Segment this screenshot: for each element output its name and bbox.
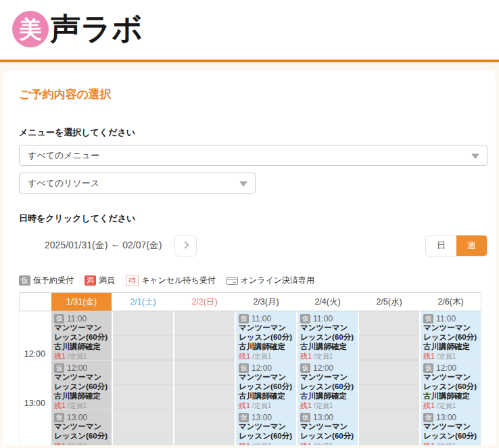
tentative-badge: 仮 bbox=[239, 363, 249, 373]
booking-slot[interactable]: 仮11:00マンツーマンレッスン(60分)古川講師確定残1 /定員1 bbox=[298, 311, 358, 360]
chevron-down-icon bbox=[471, 154, 479, 159]
legend-badge: 満 bbox=[85, 275, 96, 286]
slot-availability: 残1 /定員1 bbox=[300, 401, 355, 409]
slot-remaining: 残1 bbox=[239, 352, 250, 360]
slot-remaining: 残1 bbox=[54, 352, 66, 360]
day-header-2/5(水)[interactable]: 2/5(水) bbox=[359, 293, 419, 311]
booking-slot[interactable]: 仮13:00マンツーマンレッスン(60分)残1 /定員1 bbox=[236, 410, 296, 445]
booking-slot[interactable]: 仮12:00マンツーマンレッスン(60分)古川講師確定残1 /定員1 bbox=[298, 361, 358, 409]
booking-slot[interactable]: 仮12:00マンツーマンレッスン(60分)古川講師確定残1 /定員1 bbox=[236, 361, 296, 409]
slot-title: マンツーマンレッスン(60分) bbox=[54, 422, 109, 441]
slot-availability: 残1 /定員1 bbox=[54, 401, 109, 409]
day-column-2/4(火): 仮11:00マンツーマンレッスン(60分)古川講師確定残1 /定員1仮12:00… bbox=[298, 311, 358, 445]
day-header-2/4(火)[interactable]: 2/4(火) bbox=[298, 293, 358, 311]
booking-slot[interactable]: 仮13:00マンツーマンレッスン(60分)残1 /定員1 bbox=[51, 410, 112, 445]
slot-capacity: /定員1 bbox=[435, 443, 456, 445]
slot-time: 12:00 bbox=[313, 363, 333, 373]
booking-slot[interactable]: 仮13:00マンツーマンレッスン(60分)残1 /定員1 bbox=[298, 410, 358, 445]
day-header-1/31(金)[interactable]: 1/31(金) bbox=[51, 293, 112, 311]
logo-circle-char: 美 bbox=[19, 18, 42, 41]
resource-select[interactable]: すべてのリソース bbox=[19, 173, 256, 194]
slot-availability: 残1 /定員1 bbox=[423, 441, 478, 445]
day-header-2/6(木)[interactable]: 2/6(木) bbox=[421, 293, 481, 311]
slot-remaining: 残1 bbox=[423, 401, 435, 409]
slot-time-row: 仮11:00 bbox=[54, 313, 109, 323]
slot-title: マンツーマンレッスン(60分)古川講師確定 bbox=[54, 323, 109, 351]
slot-time-row: 仮12:00 bbox=[54, 363, 109, 373]
day-column-2/1(土)[interactable] bbox=[113, 311, 173, 445]
day-column-2/2(日)[interactable] bbox=[174, 311, 235, 445]
tentative-badge: 仮 bbox=[423, 314, 433, 323]
legend-badge: 待 bbox=[126, 275, 139, 286]
day-column-2/6(木): 仮11:00マンツーマンレッスン(60分)古川講師確定残1 /定員1仮12:00… bbox=[421, 311, 481, 445]
view-toggle: 日 週 bbox=[425, 235, 488, 256]
day-column-2/5(水)[interactable] bbox=[359, 311, 419, 445]
slot-remaining: 残1 bbox=[300, 352, 312, 360]
slot-availability: 残1 /定員1 bbox=[239, 441, 293, 445]
slot-time-row: 仮11:00 bbox=[423, 313, 478, 323]
slot-title: マンツーマンレッスン(60分)古川講師確定 bbox=[423, 323, 478, 351]
credit-card-icon bbox=[227, 277, 238, 285]
reservation-card: ご予約内容の選択 メニューを選択してください すべてのメニュー すべてのリソース… bbox=[3, 70, 496, 445]
slot-time: 12:00 bbox=[67, 363, 87, 373]
logo[interactable]: 美 声ラボ bbox=[12, 9, 143, 49]
chevron-down-icon bbox=[239, 181, 247, 187]
slot-remaining: 残1 bbox=[300, 442, 312, 445]
legend-item: オンライン決済専用 bbox=[227, 275, 314, 286]
slot-remaining: 残1 bbox=[239, 401, 250, 409]
booking-slot[interactable]: 仮11:00マンツーマンレッスン(60分)古川講師確定残1 /定員1 bbox=[236, 311, 296, 360]
slot-remaining: 残1 bbox=[423, 352, 435, 360]
slot-availability: 残1 /定員1 bbox=[423, 401, 478, 409]
slot-time-row: 仮11:00 bbox=[300, 313, 355, 323]
tentative-badge: 仮 bbox=[239, 413, 249, 422]
slot-time-row: 仮13:00 bbox=[423, 412, 478, 422]
slot-time: 11:00 bbox=[67, 314, 87, 323]
slot-availability: 残1 /定員1 bbox=[239, 351, 293, 360]
day-header-2/2(日)[interactable]: 2/2(日) bbox=[174, 293, 235, 311]
day-view-button[interactable]: 日 bbox=[426, 236, 456, 256]
datetime-label: 日時をクリックしてください bbox=[19, 212, 488, 225]
resource-select-value: すべてのリソース bbox=[28, 177, 99, 189]
day-header-2/1(土)[interactable]: 2/1(土) bbox=[113, 293, 173, 311]
tentative-badge: 仮 bbox=[300, 314, 310, 323]
booking-slot[interactable]: 仮12:00マンツーマンレッスン(60分)古川講師確定残1 /定員1 bbox=[51, 361, 112, 409]
next-week-button[interactable] bbox=[174, 235, 197, 256]
slot-time: 13:00 bbox=[313, 413, 333, 422]
slot-title: マンツーマンレッスン(60分) bbox=[300, 422, 355, 441]
slot-title: マンツーマンレッスン(60分) bbox=[239, 422, 293, 441]
week-view-button[interactable]: 週 bbox=[456, 236, 487, 256]
day-column-2/3(月): 仮11:00マンツーマンレッスン(60分)古川講師確定残1 /定員1仮12:00… bbox=[236, 311, 296, 445]
slot-time: 11:00 bbox=[252, 314, 271, 323]
slot-capacity: /定員1 bbox=[435, 402, 456, 409]
legend-badge: 仮 bbox=[19, 275, 30, 286]
slot-time: 12:00 bbox=[252, 363, 272, 373]
booking-slot[interactable]: 仮11:00マンツーマンレッスン(60分)古川講師確定残1 /定員1 bbox=[51, 311, 112, 360]
logo-speech-bubble-icon: 美 bbox=[12, 11, 49, 47]
slot-time-row: 仮13:00 bbox=[239, 412, 293, 422]
slot-title: マンツーマンレッスン(60分)古川講師確定 bbox=[239, 373, 293, 401]
logo-text: 声ラボ bbox=[50, 9, 143, 49]
slot-title: マンツーマンレッスン(60分)古川講師確定 bbox=[300, 373, 355, 401]
calendar-header-row: 1/31(金)2/1(土)2/2(日)2/3(月)2/4(火)2/5(水)2/6… bbox=[19, 292, 481, 311]
slot-availability: 残1 /定員1 bbox=[300, 351, 355, 360]
slot-time: 11:00 bbox=[313, 314, 333, 323]
booking-slot[interactable]: 仮12:00マンツーマンレッスン(60分)古川講師確定残1 /定員1 bbox=[421, 361, 481, 409]
day-column-1/31(金): 仮11:00マンツーマンレッスン(60分)古川講師確定残1 /定員1仮12:00… bbox=[51, 311, 112, 445]
slot-capacity: /定員1 bbox=[250, 353, 271, 360]
slot-time-row: 仮13:00 bbox=[54, 412, 109, 422]
page-background: ご予約内容の選択 メニューを選択してください すべてのメニュー すべてのリソース… bbox=[0, 62, 499, 445]
legend-label: オンライン決済専用 bbox=[241, 275, 314, 286]
slot-capacity: /定員1 bbox=[435, 353, 456, 360]
day-header-2/3(月)[interactable]: 2/3(月) bbox=[236, 293, 296, 311]
slot-availability: 残1 /定員1 bbox=[423, 351, 478, 360]
menu-select-label: メニューを選択してください bbox=[19, 127, 488, 139]
chevron-right-icon bbox=[181, 241, 189, 248]
menu-select[interactable]: すべてのメニュー bbox=[19, 145, 488, 166]
tentative-badge: 仮 bbox=[239, 314, 249, 323]
tentative-badge: 仮 bbox=[54, 314, 64, 323]
booking-slot[interactable]: 仮11:00マンツーマンレッスン(60分)古川講師確定残1 /定員1 bbox=[421, 311, 481, 360]
date-navigation-row: 2025/01/31(金) ～ 02/07(金) 日 週 bbox=[19, 235, 488, 256]
booking-slot[interactable]: 仮13:00マンツーマンレッスン(60分)残1 /定員1 bbox=[421, 410, 481, 445]
legend-label: キャンセル待ち受付 bbox=[141, 275, 216, 286]
slot-remaining: 残1 bbox=[423, 442, 435, 445]
